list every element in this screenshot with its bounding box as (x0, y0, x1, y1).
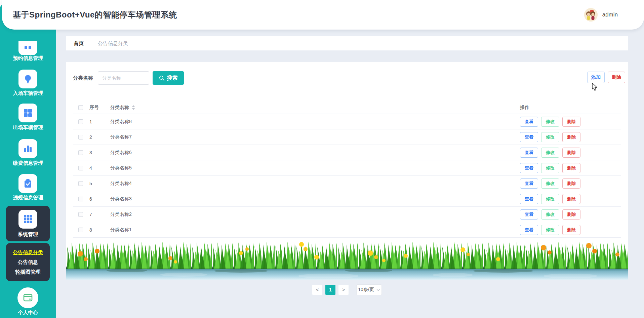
delete-row-button[interactable]: 删除 (562, 132, 580, 142)
system-submenu: 公告信息分类 公告信息 轮播图管理 (6, 243, 50, 281)
edit-button[interactable]: 修改 (541, 148, 559, 158)
row-name: 分类名称8 (110, 119, 520, 125)
row-checkbox[interactable] (78, 150, 83, 155)
row-checkbox[interactable] (78, 135, 83, 140)
current-page[interactable]: 1 (325, 285, 335, 295)
top-header: 基于SpringBoot+Vue的智能停车场管理系统 admin (2, 0, 644, 30)
edit-button[interactable]: 修改 (541, 117, 559, 127)
row-checkbox[interactable] (78, 228, 83, 232)
delete-row-button[interactable]: 删除 (562, 117, 580, 127)
edit-button[interactable]: 修改 (541, 178, 559, 189)
sidebar-item-entry[interactable] (18, 70, 37, 88)
sidebar-item-reservation-label[interactable]: 预约信息管理 (0, 54, 56, 62)
delete-row-button[interactable]: 删除 (562, 209, 580, 220)
table-row: 1 分类名称8 查看 修改 删除 (73, 114, 621, 129)
edit-button[interactable]: 修改 (541, 163, 559, 173)
row-index: 6 (89, 196, 110, 202)
sidebar-item-exit-label[interactable]: 出场车辆管理 (0, 124, 56, 131)
grass-footer-image (66, 240, 628, 280)
view-button[interactable]: 查看 (520, 194, 538, 204)
view-button[interactable]: 查看 (520, 132, 538, 142)
delete-button[interactable]: 删除 (608, 72, 625, 83)
row-checkbox[interactable] (78, 181, 83, 186)
reservation-icon (23, 44, 33, 52)
sidebar-item-system-label[interactable]: 系统管理 (6, 231, 50, 238)
delete-row-button[interactable]: 删除 (562, 194, 580, 204)
row-checkbox[interactable] (78, 166, 83, 170)
table-row: 3 分类名称6 查看 修改 删除 (73, 145, 621, 160)
row-name: 分类名称4 (110, 181, 520, 187)
sidebar-item-violation[interactable] (18, 174, 37, 193)
sidebar-item-violation-label[interactable]: 违规信息管理 (0, 194, 56, 201)
edit-button[interactable]: 修改 (541, 194, 559, 204)
sidebar-item-personal-label[interactable]: 个人中心 (0, 309, 56, 316)
col-header-no: 序号 (89, 105, 110, 111)
search-button[interactable]: 搜索 (153, 71, 184, 85)
search-form: 分类名称 搜索 (73, 71, 184, 85)
content-card: 分类名称 搜索 添加 删除 序号 分类名称 (66, 62, 628, 280)
view-button[interactable]: 查看 (520, 163, 538, 173)
username-label: admin (602, 11, 618, 18)
row-index: 8 (89, 227, 110, 233)
sidebar-item-entry-label[interactable]: 入场车辆管理 (0, 89, 56, 97)
user-box[interactable]: admin (584, 0, 618, 30)
view-button[interactable]: 查看 (520, 209, 538, 220)
page-title: 基于SpringBoot+Vue的智能停车场管理系统 (13, 9, 177, 20)
col-header-actions: 操作 (520, 105, 621, 111)
add-button[interactable]: 添加 (587, 72, 605, 83)
avatar-image-icon (584, 8, 598, 22)
category-name-input[interactable] (98, 71, 149, 85)
page-size-select[interactable]: 10条/页 (356, 284, 382, 295)
submenu-item-notice[interactable]: 公告信息 (6, 257, 50, 267)
prev-page-button[interactable]: < (312, 285, 322, 295)
avatar[interactable] (584, 8, 598, 22)
sort-caret-icon[interactable] (132, 105, 135, 110)
view-button[interactable]: 查看 (520, 117, 538, 127)
sidebar-item-payment-label[interactable]: 缴费信息管理 (0, 159, 56, 167)
row-checkbox[interactable] (78, 212, 83, 217)
search-field-label: 分类名称 (73, 75, 93, 81)
sidebar-item-system-active[interactable]: 系统管理 (6, 206, 50, 241)
sidebar: 预约信息管理 入场车辆管理 出场车辆管理 缴费 (0, 3, 56, 318)
view-button[interactable]: 查看 (520, 225, 538, 235)
sidebar-item-reservation[interactable] (18, 41, 37, 55)
sidebar-item-exit[interactable] (18, 104, 37, 122)
search-button-label: 搜索 (167, 75, 178, 82)
id-card-icon (22, 292, 34, 304)
row-name: 分类名称6 (110, 150, 520, 156)
row-index: 1 (89, 119, 110, 124)
delete-row-button[interactable]: 删除 (562, 178, 580, 189)
row-name: 分类名称3 (110, 196, 520, 202)
next-page-button[interactable]: > (338, 285, 349, 295)
edit-button[interactable]: 修改 (541, 209, 559, 220)
delete-row-button[interactable]: 删除 (562, 163, 580, 173)
delete-row-button[interactable]: 删除 (562, 225, 580, 235)
clipboard-check-icon (23, 178, 33, 189)
submenu-item-carousel[interactable]: 轮播图管理 (6, 267, 50, 277)
delete-row-button[interactable]: 删除 (562, 148, 580, 158)
chevron-down-icon (376, 289, 380, 291)
bulb-icon (23, 74, 33, 84)
row-index: 4 (89, 165, 110, 171)
table-header-row: 序号 分类名称 操作 (73, 101, 621, 114)
row-name: 分类名称7 (110, 134, 520, 140)
system-tile (18, 210, 37, 229)
table-toolbar: 添加 删除 (587, 72, 625, 83)
breadcrumb-home[interactable]: 首页 (74, 40, 84, 47)
row-name: 分类名称1 (110, 227, 520, 233)
breadcrumb: 首页 — 公告信息分类 (66, 36, 628, 50)
select-all-checkbox[interactable] (78, 105, 83, 110)
row-index: 2 (89, 134, 110, 140)
submenu-item-notice-category[interactable]: 公告信息分类 (6, 247, 50, 257)
row-checkbox[interactable] (78, 119, 83, 124)
edit-button[interactable]: 修改 (541, 132, 559, 142)
edit-button[interactable]: 修改 (541, 225, 559, 235)
page-size-value: 10条/页 (358, 287, 374, 293)
view-button[interactable]: 查看 (520, 148, 538, 158)
sidebar-item-payment[interactable] (18, 139, 37, 158)
col-header-name[interactable]: 分类名称 (110, 105, 520, 111)
view-button[interactable]: 查看 (520, 178, 538, 189)
pagination: < 1 > 10条/页 (66, 284, 628, 295)
sidebar-item-personal[interactable] (17, 287, 38, 308)
row-checkbox[interactable] (78, 197, 83, 201)
